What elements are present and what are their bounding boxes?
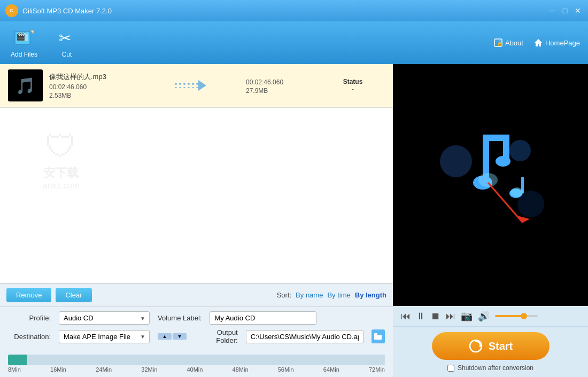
file-status-value: -	[321, 85, 385, 93]
table-row[interactable]: 🎵 像我这样的人.mp3 00:02:46.060 2.53MB	[0, 64, 393, 107]
destination-select-wrapper: Make APE Image File ▼	[59, 330, 150, 343]
svg-text:G: G	[10, 8, 13, 13]
file-status-label: Status	[321, 78, 385, 85]
svg-text:🔒: 🔒	[497, 40, 502, 46]
watermark-subtext: anxz.com	[43, 181, 79, 191]
progress-labels: 8Min 16Min 24Min 32Min 40Min 48Min 56Min…	[8, 366, 385, 373]
start-label: Start	[489, 340, 513, 352]
svg-text:+: +	[31, 29, 34, 35]
volume-button[interactable]: 🔊	[478, 310, 490, 322]
destination-select[interactable]: Make APE Image File	[59, 330, 150, 343]
shutdown-checkbox[interactable]	[447, 365, 454, 372]
svg-rect-14	[374, 335, 382, 340]
progress-area: 8Min 16Min 24Min 32Min 40Min 48Min 56Min…	[0, 352, 393, 377]
remove-button[interactable]: Remove	[6, 288, 51, 302]
file-list: 🎵 像我这样的人.mp3 00:02:46.060 2.53MB	[0, 64, 393, 108]
preview-area	[393, 64, 588, 306]
file-size-out: 27.9MB	[246, 87, 321, 95]
about-button[interactable]: 🔒 About	[494, 38, 523, 47]
svg-rect-12	[174, 83, 198, 88]
add-files-label: Add Files	[11, 51, 37, 58]
progress-marker-5: 48Min	[233, 366, 249, 373]
file-size-in: 2.53MB	[49, 92, 135, 99]
profile-select-wrapper: Audio CD ▼	[59, 311, 150, 325]
svg-marker-13	[198, 80, 206, 91]
toolbar-right: 🔒 About HomePage	[494, 38, 580, 47]
output-folder-label: Output Folder:	[195, 328, 238, 344]
skip-forward-button[interactable]: ⏭	[446, 311, 455, 322]
move-buttons: ▲ ▼	[158, 333, 187, 340]
pause-button[interactable]: ⏸	[416, 311, 425, 322]
progress-marker-7: 64Min	[323, 366, 339, 373]
move-up-button[interactable]: ▲	[158, 333, 172, 340]
progress-marker-0: 8Min	[8, 366, 21, 373]
add-files-button[interactable]: 🎬 + Add Files	[8, 27, 40, 58]
volume-label-text: Volume Label:	[158, 314, 202, 322]
watermark-text: 安下载	[43, 165, 79, 181]
svg-point-23	[496, 156, 510, 167]
file-list-area: 🎵 像我这样的人.mp3 00:02:46.060 2.53MB	[0, 64, 393, 283]
sort-label: Sort:	[277, 291, 291, 299]
music-note-small	[509, 177, 524, 198]
sort-area: Sort: By name By time By length	[277, 291, 386, 299]
shutdown-label: Shutdown after conversion	[458, 364, 533, 372]
file-status: Status -	[321, 78, 385, 93]
profile-select[interactable]: Audio CD	[59, 311, 150, 325]
music-note-large	[473, 135, 510, 190]
shutdown-row: Shutdown after conversion	[447, 364, 533, 372]
progress-marker-8: 72Min	[369, 366, 385, 373]
refresh-icon	[468, 339, 483, 354]
maximize-button[interactable]: □	[560, 6, 570, 15]
stop-button[interactable]: ⏹	[431, 311, 440, 322]
progress-marker-1: 16Min	[50, 366, 66, 373]
app-title: GiliSoft MP3 CD Maker 7.2.0	[22, 7, 547, 15]
destination-label: Destination:	[8, 333, 51, 341]
sort-by-length[interactable]: By length	[355, 291, 386, 299]
cut-icon: ✂	[56, 27, 78, 49]
convert-arrow	[135, 77, 246, 93]
browse-folder-button[interactable]	[372, 329, 385, 343]
cut-button[interactable]: ✂ Cut	[51, 27, 83, 58]
cut-label: Cut	[62, 51, 72, 58]
svg-text:✂: ✂	[59, 30, 71, 46]
svg-point-16	[440, 145, 472, 177]
file-duration-in: 00:02:46.060	[49, 83, 135, 91]
svg-marker-10	[535, 39, 542, 46]
settings-row-profile: Profile: Audio CD ▼ Volume Label:	[8, 311, 385, 325]
left-panel: 🎵 像我这样的人.mp3 00:02:46.060 2.53MB	[0, 64, 393, 377]
screenshot-button[interactable]: 📷	[461, 310, 473, 322]
app-logo: G	[5, 4, 18, 17]
start-button[interactable]: Start	[432, 332, 550, 360]
settings-area: Profile: Audio CD ▼ Volume Label: Destin…	[0, 307, 393, 352]
sort-by-time[interactable]: By time	[327, 291, 350, 299]
homepage-label: HomePage	[545, 39, 580, 47]
window-controls: ─ □ ✕	[547, 6, 583, 15]
titlebar: G GiliSoft MP3 CD Maker 7.2.0 ─ □ ✕	[0, 0, 588, 21]
svg-text:🎬: 🎬	[16, 32, 26, 41]
file-info: 像我这样的人.mp3 00:02:46.060 2.53MB	[49, 72, 135, 99]
main-area: 🎵 像我这样的人.mp3 00:02:46.060 2.53MB	[0, 64, 588, 377]
sort-by-name[interactable]: By name	[296, 291, 323, 299]
settings-row-destination: Destination: Make APE Image File ▼ ▲ ▼ O…	[8, 328, 385, 344]
profile-label: Profile:	[8, 314, 51, 322]
move-down-button[interactable]: ▼	[173, 333, 187, 340]
progress-marker-6: 56Min	[278, 366, 294, 373]
file-thumbnail: 🎵	[8, 69, 43, 101]
progress-marker-4: 40Min	[187, 366, 203, 373]
toolbar: 🎬 + Add Files ✂ Cut 🔒 About HomePage	[0, 21, 588, 64]
clear-button[interactable]: Clear	[56, 288, 91, 302]
about-label: About	[505, 39, 523, 47]
homepage-button[interactable]: HomePage	[534, 38, 580, 47]
svg-rect-15	[374, 333, 377, 335]
volume-input[interactable]	[210, 311, 316, 325]
minimize-button[interactable]: ─	[547, 6, 557, 15]
close-button[interactable]: ✕	[573, 6, 583, 15]
right-panel: ⏮ ⏸ ⏹ ⏭ 📷 🔊 Start Shutdown after convers…	[393, 64, 588, 377]
skip-back-button[interactable]: ⏮	[401, 311, 411, 322]
player-controls: ⏮ ⏸ ⏹ ⏭ 📷 🔊	[393, 306, 588, 326]
output-folder-input[interactable]	[246, 330, 363, 343]
progress-marker-3: 32Min	[141, 366, 157, 373]
progress-fill	[8, 355, 27, 365]
progress-track	[8, 355, 385, 365]
volume-slider[interactable]	[495, 315, 538, 317]
